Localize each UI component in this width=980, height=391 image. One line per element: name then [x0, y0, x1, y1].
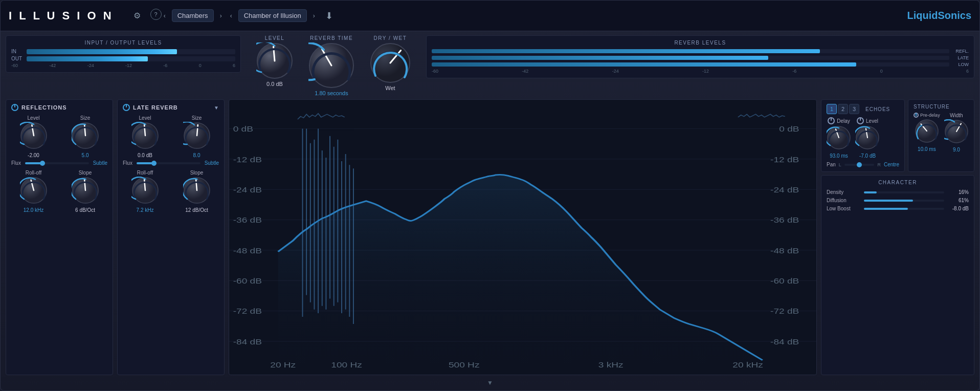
main-content: INPUT / OUTPUT LEVELS IN OUT -60 -42	[1, 31, 979, 391]
dry-wet-knob[interactable]	[370, 42, 411, 83]
late-rolloff-value: 7.2 kHz	[137, 207, 154, 213]
low-boost-fill	[864, 208, 908, 210]
level-knob[interactable]	[256, 42, 293, 79]
low-boost-slider[interactable]	[864, 208, 944, 210]
category-nav: ‹ Chambers ›	[162, 9, 224, 22]
predelay-knob[interactable]	[915, 119, 939, 145]
refl-slope-knob[interactable]	[72, 177, 99, 206]
preset-prev-button[interactable]: ‹	[228, 11, 234, 20]
density-fill	[864, 191, 877, 193]
io-title: INPUT / OUTPUT LEVELS	[11, 40, 235, 46]
preset-next-button[interactable]: ›	[311, 11, 317, 20]
late-reverb-dropdown[interactable]: ▼	[214, 105, 219, 111]
svg-text:-84 dB: -84 dB	[233, 338, 262, 346]
refl-level-group: Level -2.00	[20, 115, 48, 158]
predelay-group: Pre-delay	[914, 113, 940, 152]
diffusion-fill	[864, 200, 913, 202]
echoes-panel: 1 2 3 ECHOES Delay	[821, 99, 905, 172]
refl-size-label: Size	[80, 115, 90, 121]
level-knob-group: LEVEL	[256, 35, 293, 87]
late-size-knob[interactable]	[183, 122, 211, 151]
reverb-time-title: REVERB TIME	[310, 35, 353, 41]
svg-text:100 Hz: 100 Hz	[331, 361, 362, 369]
refl-level-knob[interactable]	[20, 122, 48, 151]
brand-logo: LiquidSonics	[907, 10, 971, 21]
late-slope-group: Slope 12 dB/Oct	[183, 170, 211, 213]
pan-slider[interactable]	[844, 164, 875, 166]
late-reverb-power-button[interactable]	[123, 104, 130, 111]
late-reverb-panel: LATE REVERB ▼ Level	[117, 99, 225, 375]
echo-tab-3[interactable]: 3	[849, 104, 859, 114]
refl-rolloff-knob[interactable]	[20, 177, 48, 206]
echo-tab-2[interactable]: 2	[838, 104, 848, 114]
refl-flux-slider[interactable]	[25, 162, 89, 164]
dry-wet-value: Wet	[385, 85, 395, 91]
late-flux-slider[interactable]	[137, 162, 201, 164]
late-slope-value: 12 dB/Oct	[185, 207, 208, 213]
late-rolloff-knob[interactable]	[131, 177, 159, 206]
predelay-label: Pre-delay	[920, 113, 940, 118]
svg-text:-36 dB: -36 dB	[770, 216, 799, 225]
echo-delay-power[interactable]	[828, 117, 835, 124]
pan-l-label: L	[839, 162, 841, 167]
in-meter-row: IN	[11, 49, 235, 54]
svg-text:0 dB: 0 dB	[233, 125, 253, 134]
in-label: IN	[11, 49, 24, 54]
echo-level-power[interactable]	[857, 117, 864, 124]
svg-text:-12 dB: -12 dB	[233, 156, 262, 164]
refl-flux-value: Subtle	[93, 160, 107, 166]
late-level-knob[interactable]	[131, 122, 159, 151]
header: I L L U S I O N ⚙ ? ‹ Chambers › ‹ Chamb…	[1, 1, 979, 31]
refl-flux-fill	[25, 162, 41, 164]
refl-size-knob[interactable]	[72, 122, 99, 151]
late-flux-thumb	[151, 161, 157, 166]
category-next-button[interactable]: ›	[218, 11, 224, 20]
echo-delay-knob[interactable]	[827, 125, 851, 152]
top-row: INPUT / OUTPUT LEVELS IN OUT -60 -42	[6, 35, 974, 96]
bottom-arrow[interactable]: ▼	[6, 378, 974, 387]
svg-text:-84 dB: -84 dB	[770, 338, 799, 346]
refl-rolloff-group: Roll-off 12.0 kHz	[20, 170, 48, 213]
density-slider[interactable]	[864, 191, 944, 193]
low-boost-label: Low Boost	[827, 206, 860, 211]
echo-level-knob[interactable]	[855, 125, 880, 152]
svg-text:-12 dB: -12 dB	[770, 156, 799, 164]
category-prev-button[interactable]: ‹	[162, 11, 168, 20]
echo-level-label: Level	[866, 118, 878, 124]
pan-label: Pan	[827, 162, 836, 167]
echo-tab-1[interactable]: 1	[827, 104, 837, 114]
refl-flux-label: Flux	[11, 160, 21, 166]
character-panel: CHARACTER Density 16% Diffusion 61%	[821, 175, 974, 375]
echoes-title: ECHOES	[865, 106, 890, 112]
width-value: 9.0	[953, 147, 960, 153]
preset-label-container: Chamber of Illusion	[238, 9, 307, 22]
pan-row: Pan L R Centre	[827, 162, 899, 167]
reflections-panel: REFLECTIONS Level	[6, 99, 113, 375]
svg-text:-60 dB: -60 dB	[233, 277, 262, 285]
reflections-power-button[interactable]	[11, 104, 18, 111]
predelay-power[interactable]	[914, 113, 919, 118]
character-title: CHARACTER	[827, 180, 969, 185]
diffusion-slider[interactable]	[864, 200, 944, 202]
density-label: Density	[827, 189, 860, 195]
late-flux-fill	[137, 162, 152, 164]
late-slope-knob[interactable]	[183, 177, 211, 206]
download-button[interactable]: ⬇	[325, 10, 333, 21]
settings-button[interactable]: ⚙	[130, 9, 144, 23]
level-value: 0.0 dB	[266, 81, 283, 87]
echo-level-value: -7.0 dB	[859, 153, 876, 159]
category-label: Chambers	[177, 12, 208, 19]
late-rolloff-group: Roll-off 7.2 kHz	[131, 170, 159, 213]
late-reverb-knobs-row: Level 0.0 dB	[123, 115, 219, 158]
refl-flux-row: Flux Subtle	[11, 160, 107, 166]
refl-rolloff-value: 12.0 kHz	[24, 207, 43, 213]
refl-flux-thumb	[40, 161, 45, 166]
refl-label: REFL.	[952, 49, 969, 54]
svg-text:-36 dB: -36 dB	[233, 216, 262, 225]
width-knob[interactable]	[944, 119, 969, 146]
reverb-time-knob[interactable]	[308, 42, 354, 89]
rl-title: REVERB LEVELS	[432, 40, 969, 46]
structure-panel: STRUCTURE Pre-delay	[908, 99, 974, 172]
center-knobs: LEVEL	[256, 35, 411, 96]
help-button[interactable]: ?	[150, 9, 162, 20]
